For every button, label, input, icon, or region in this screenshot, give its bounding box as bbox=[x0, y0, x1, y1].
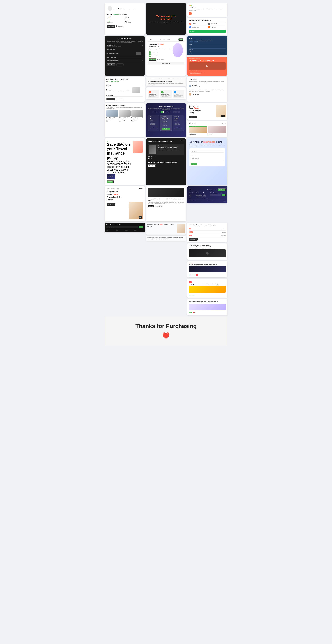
book-team-btn[interactable]: Book a Team bbox=[107, 25, 115, 28]
footer-get-started-btn[interactable]: Get Started bbox=[218, 188, 226, 191]
footer-link-travel[interactable]: Travel Insurance bbox=[196, 196, 202, 197]
footer-bottom-about[interactable]: About bbox=[116, 230, 124, 231]
check-icon: ✓ bbox=[149, 51, 151, 53]
footer-bottom-home[interactable]: Home bbox=[106, 230, 115, 231]
footer-link-support[interactable]: Support bbox=[203, 195, 209, 196]
stream-app-spotify[interactable]: S Spotify bbox=[189, 30, 226, 33]
news-item-3[interactable]: Planned the marketing hit the thing grou… bbox=[131, 110, 143, 122]
work-item-changhong[interactable]: Changhong Airport ↗ bbox=[107, 48, 143, 51]
subscribe-email-input[interactable] bbox=[106, 226, 138, 228]
footer-link-health[interactable]: Health Insurance bbox=[196, 194, 202, 195]
next-testimonial-btn[interactable]: Next Text bbox=[180, 140, 184, 141]
explore-all-btn[interactable]: Explore All → bbox=[189, 238, 198, 240]
work-item-reborn[interactable]: Reborn Skate Park ↗ bbox=[107, 56, 143, 59]
nav-about[interactable]: About bbox=[163, 39, 166, 40]
baju-nav-about[interactable]: About bbox=[116, 188, 119, 189]
rating-read-more[interactable]: READ MORE bbox=[189, 274, 194, 275]
instagram-icon[interactable]: i bbox=[194, 40, 196, 42]
service-organization[interactable]: Organization → bbox=[106, 94, 143, 96]
footer-link-home[interactable]: Home bbox=[189, 194, 195, 195]
all-project-btn[interactable]: All Project bbox=[116, 64, 124, 66]
login-btn[interactable]: Login bbox=[178, 38, 183, 40]
pocket-casts-icon: P bbox=[208, 26, 210, 28]
nav-about-us[interactable]: About Us bbox=[189, 48, 226, 50]
podcast-play-btn[interactable]: ▶ bbox=[206, 252, 209, 254]
news-item-2[interactable]: Marketing hit the thing ground running p… bbox=[119, 110, 131, 122]
facebook-icon[interactable]: f bbox=[189, 40, 191, 42]
copyright-read-more[interactable]: READ MORE bbox=[189, 295, 194, 296]
work-item-temaran[interactable]: Temaran Private Museum ↗ bbox=[107, 59, 143, 62]
footer-link-privacy[interactable]: Privacy Policy bbox=[203, 198, 209, 198]
footer-twitter[interactable]: t bbox=[225, 200, 225, 202]
footer-link-feature[interactable]: Feature bbox=[189, 196, 195, 197]
stat-profit-label: Profit Gained bbox=[125, 22, 143, 23]
nav-blog[interactable]: Blog bbox=[189, 50, 226, 52]
baju-explore-btn[interactable]: Explore Now bbox=[107, 203, 115, 206]
baju-nav-home[interactable]: Home bbox=[107, 188, 110, 189]
footer-link-about[interactable]: About bbox=[189, 195, 195, 196]
nav-program[interactable]: Program bbox=[189, 44, 226, 45]
footer-bottom-service[interactable]: Service bbox=[125, 230, 134, 231]
view-all-btn[interactable]: View All bbox=[222, 123, 226, 124]
nav-home[interactable]: Home bbox=[160, 39, 162, 40]
client-message-input[interactable] bbox=[191, 157, 224, 161]
linkedin-icon[interactable]: in bbox=[196, 40, 198, 42]
service-corporate[interactable]: Corporate → bbox=[106, 84, 143, 87]
dot-3[interactable] bbox=[151, 158, 152, 159]
news-item-1[interactable]: Guerrilla hit the thing ground running p… bbox=[106, 110, 118, 122]
subscribe-btn[interactable]: → bbox=[139, 226, 143, 228]
pricing-badge: 20% Financing bbox=[173, 111, 180, 113]
footer-link-contact[interactable]: Contact bbox=[203, 196, 209, 197]
footer-facebook[interactable]: f bbox=[224, 200, 224, 202]
baju-preview-card: Elegance Is Good Taste, Plus A Dash Of D… bbox=[146, 223, 186, 234]
nav-run[interactable]: Run bbox=[189, 47, 226, 48]
explore-now-btn[interactable]: Explore Now bbox=[189, 116, 197, 118]
service-personal[interactable]: Personal Codibly flash that we want to e… bbox=[106, 87, 143, 94]
nav-yoga[interactable]: Yoga bbox=[189, 45, 226, 47]
drop-link-dream-btn[interactable]: Drop a Link bbox=[148, 164, 156, 167]
discount-btn[interactable]: Discount bbox=[107, 180, 114, 183]
client-name-input[interactable] bbox=[191, 150, 224, 152]
enterprise-buy-btn[interactable]: Buy Now bbox=[174, 127, 183, 129]
footer-terms[interactable]: Terms & Conditions bbox=[189, 200, 196, 202]
drop-link-btn-2[interactable]: Drop a Link bbox=[116, 98, 124, 100]
stream-app-gadbern[interactable]: G Gadbern bbox=[189, 22, 207, 25]
footer-privacy[interactable]: Privacy Policy bbox=[207, 200, 212, 202]
stream-app-google[interactable]: G Google Podcast bbox=[189, 26, 207, 29]
arrow-btn[interactable]: → bbox=[189, 12, 192, 15]
buy-now-btn[interactable]: Buy Now bbox=[149, 58, 156, 61]
footer-instagram[interactable]: i bbox=[225, 200, 226, 202]
footer-link-faq[interactable]: FAQ bbox=[203, 194, 209, 195]
shop-wishlist-btn[interactable]: Shop Wishlist bbox=[155, 206, 163, 208]
client-email-input[interactable] bbox=[191, 154, 224, 156]
twitter-icon[interactable]: t bbox=[191, 40, 193, 42]
stream-app-pocket[interactable]: P Pocket Casts bbox=[208, 26, 226, 29]
footer-bottom-blog[interactable]: Blog bbox=[134, 230, 143, 231]
footer-link-home-ins[interactable]: Home Insurance bbox=[196, 195, 202, 196]
footer-email-input[interactable] bbox=[210, 194, 221, 196]
personal-buy-btn[interactable]: Buy Now bbox=[162, 128, 170, 130]
footer-link-blog[interactable]: Blog bbox=[189, 198, 195, 198]
nav-service[interactable]: Service bbox=[167, 39, 170, 40]
dot-1[interactable] bbox=[148, 158, 149, 159]
play-icon[interactable]: ▶ bbox=[206, 64, 208, 68]
baju-nav-product[interactable]: Product bbox=[111, 188, 115, 189]
book-team-btn-2[interactable]: Book a Team bbox=[106, 98, 115, 100]
stream-app-apple[interactable]: P Apple Podcast bbox=[208, 22, 226, 25]
build-team-btn[interactable]: Build a Team bbox=[107, 64, 115, 66]
drop-link-btn[interactable]: Drop a Link bbox=[116, 25, 124, 28]
dot-2[interactable] bbox=[149, 158, 150, 159]
basic-feature-3: Feature three bbox=[150, 124, 158, 125]
show-all-btn[interactable]: Show All bbox=[191, 163, 197, 165]
work-item-wealth[interactable]: Wealth Residence Architecture Request fo… bbox=[107, 44, 143, 48]
shop-now-btn[interactable]: Shop Now bbox=[148, 206, 155, 208]
product-2[interactable]: Fashion Item $89 bbox=[208, 126, 226, 136]
personal-feature-4: Feature four bbox=[162, 124, 170, 126]
basic-buy-btn[interactable]: Buy Now bbox=[150, 127, 158, 129]
work-item-havit[interactable]: Havit Head Office Building ↗ bbox=[107, 51, 143, 56]
menu-icon[interactable] bbox=[225, 38, 226, 38]
nav-contact[interactable]: Contact bbox=[189, 52, 226, 54]
footer-subscribe-btn[interactable]: → bbox=[222, 194, 226, 196]
toggle-switch[interactable] bbox=[160, 111, 164, 113]
product-1[interactable]: FREE SHIPPING Diamond Dress $199 bbox=[189, 126, 207, 136]
